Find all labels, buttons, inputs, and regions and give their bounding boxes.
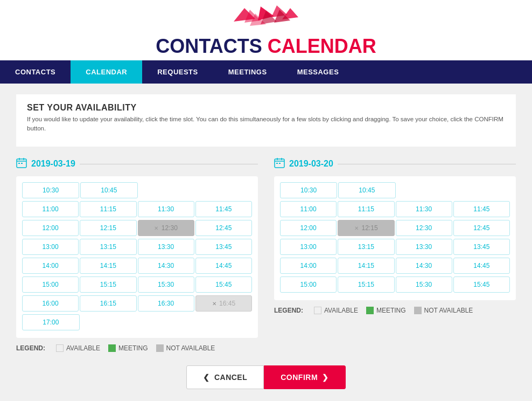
- svg-rect-19: [279, 163, 281, 164]
- time-slot[interactable]: 12:30: [396, 220, 452, 236]
- legend-meeting-text-2: MEETING: [376, 307, 406, 314]
- time-slot[interactable]: 10:30: [280, 182, 337, 198]
- legend-meeting-1: MEETING: [108, 344, 148, 352]
- nav-calendar[interactable]: CALENDAR: [71, 60, 142, 84]
- time-slot[interactable]: 10:45: [80, 182, 137, 198]
- time-slot[interactable]: 12:00: [280, 220, 337, 236]
- time-slot[interactable]: 16:15: [80, 295, 136, 312]
- calendar-1-grid: 10:30 10:45 11:00 11:15 11:30 11:45 12:0…: [16, 176, 258, 338]
- time-row: 13:00 13:15 13:30 13:45: [279, 238, 510, 255]
- time-slot[interactable]: 14:00: [22, 258, 79, 274]
- time-slot[interactable]: 11:30: [138, 201, 194, 217]
- time-slot-blocked[interactable]: ✕ 12:30: [138, 220, 194, 236]
- confirm-button[interactable]: CONFIRM ❯: [264, 365, 345, 389]
- time-slot[interactable]: 15:00: [280, 276, 337, 293]
- time-slot[interactable]: 16:00: [22, 295, 79, 312]
- time-slot[interactable]: 15:15: [338, 276, 394, 293]
- time-row: 12:00 12:15 ✕ 12:30 12:45: [22, 219, 253, 237]
- time-slot[interactable]: 15:00: [22, 276, 79, 293]
- calendar-1-date: 2019-03-19: [31, 159, 75, 169]
- availability-header: SET YOUR AVAILABILITY If you would like …: [27, 103, 505, 134]
- time-slot[interactable]: 12:45: [453, 220, 510, 236]
- legend-meeting-icon-2: [366, 307, 374, 314]
- time-slot[interactable]: 14:15: [338, 258, 394, 274]
- time-slot[interactable]: 15:45: [195, 276, 252, 293]
- legend-label-2: LEGEND:: [274, 307, 303, 314]
- navigation: CONTACTS CALENDAR REQUESTS MEETINGS MESS…: [0, 60, 532, 84]
- time-row: 16:00 16:15 16:30 ✕ 16:45: [22, 295, 253, 312]
- time-row: 10:30 10:45: [279, 182, 510, 199]
- time-slot[interactable]: 11:15: [80, 201, 136, 217]
- time-slot[interactable]: 11:00: [22, 201, 79, 217]
- time-row: 12:00 ✕ 12:15 12:30 12:45: [279, 219, 510, 237]
- time-slot[interactable]: 13:30: [396, 239, 452, 255]
- calendar-2-header: 2019-03-20: [274, 157, 516, 171]
- svg-rect-18: [276, 163, 278, 164]
- time-row: 14:00 14:15 14:30 14:45: [279, 257, 510, 274]
- nav-messages[interactable]: MESSAGES: [282, 60, 354, 84]
- time-slot[interactable]: 11:45: [195, 201, 252, 217]
- cancel-arrow-icon: ❮: [203, 373, 210, 382]
- legend-available-text-2: AVAILABLE: [324, 307, 358, 314]
- time-slot-empty: [81, 314, 137, 330]
- logo: CONTACTS CALENDAR: [156, 35, 376, 58]
- time-slot[interactable]: 10:45: [338, 182, 395, 198]
- time-slot[interactable]: 16:30: [138, 295, 194, 312]
- header: CONTACTS CALENDAR: [0, 0, 532, 60]
- time-slot-empty: [139, 182, 195, 198]
- legend-meeting-text-1: MEETING: [118, 344, 148, 352]
- calendars-container: 2019-03-19 10:30 10:45 11:00 11:15 11:30…: [16, 157, 516, 352]
- time-slot[interactable]: 11:30: [396, 201, 452, 217]
- time-slot[interactable]: 17:00: [22, 314, 80, 330]
- time-slot[interactable]: 13:00: [22, 239, 79, 255]
- section-description: If you would like to update your availab…: [27, 115, 505, 134]
- time-slot[interactable]: 12:45: [195, 220, 252, 236]
- calendar-2-date: 2019-03-20: [289, 159, 333, 169]
- time-slot[interactable]: 15:15: [80, 276, 136, 293]
- nav-meetings[interactable]: MEETINGS: [213, 60, 282, 84]
- legend-available-icon-1: [56, 344, 64, 352]
- legend-meeting-icon-1: [108, 344, 116, 352]
- time-slot[interactable]: 13:45: [453, 239, 510, 255]
- cancel-button[interactable]: ❮ CANCEL: [186, 365, 264, 389]
- time-slot-empty: [138, 314, 195, 330]
- time-slot[interactable]: 13:30: [138, 239, 194, 255]
- calendar-1-header: 2019-03-19: [16, 157, 258, 171]
- time-slot[interactable]: 11:00: [280, 201, 337, 217]
- time-row: 10:30 10:45: [22, 182, 253, 199]
- time-slot[interactable]: 14:45: [453, 258, 510, 274]
- time-slot[interactable]: 11:45: [453, 201, 510, 217]
- time-slot-blocked[interactable]: ✕ 16:45: [195, 295, 252, 312]
- time-slot[interactable]: 11:15: [338, 201, 394, 217]
- time-slot[interactable]: 12:15: [80, 220, 136, 236]
- time-row: 11:00 11:15 11:30 11:45: [22, 200, 253, 218]
- legend-available-1: AVAILABLE: [56, 344, 100, 352]
- date-divider-2: [338, 164, 516, 164]
- nav-contacts[interactable]: CONTACTS: [0, 60, 71, 84]
- time-slot[interactable]: 13:45: [195, 239, 252, 255]
- time-slot[interactable]: 14:30: [138, 258, 194, 274]
- time-slot-blocked[interactable]: ✕ 12:15: [338, 220, 394, 236]
- time-slot[interactable]: 13:15: [338, 239, 394, 255]
- nav-requests[interactable]: REQUESTS: [142, 60, 213, 84]
- time-slot[interactable]: 13:00: [280, 239, 337, 255]
- time-slot[interactable]: 15:30: [138, 276, 194, 293]
- time-slot[interactable]: 13:15: [80, 239, 136, 255]
- time-slot[interactable]: 15:45: [453, 276, 510, 293]
- calendar-2-icon: [274, 157, 285, 171]
- time-slot[interactable]: 12:00: [22, 220, 79, 236]
- time-slot-empty: [454, 182, 510, 198]
- time-row: 14:00 14:15 14:30 14:45: [22, 257, 253, 274]
- time-slot[interactable]: 14:00: [280, 258, 337, 274]
- legend-meeting-2: MEETING: [366, 307, 406, 314]
- time-slot[interactable]: 15:30: [396, 276, 452, 293]
- time-slot[interactable]: 14:30: [396, 258, 452, 274]
- legend-label-1: LEGEND:: [16, 344, 45, 352]
- calendar-2-grid: 10:30 10:45 11:00 11:15 11:30 11:45 12:0…: [274, 176, 516, 300]
- legend-available-2: AVAILABLE: [314, 307, 358, 314]
- time-slot[interactable]: 10:30: [22, 182, 79, 198]
- time-slot[interactable]: 14:45: [195, 258, 252, 274]
- time-row: 15:00 15:15 15:30 15:45: [22, 276, 253, 293]
- time-slot[interactable]: 14:15: [80, 258, 136, 274]
- footer-buttons: ❮ CANCEL CONFIRM ❯: [16, 365, 516, 389]
